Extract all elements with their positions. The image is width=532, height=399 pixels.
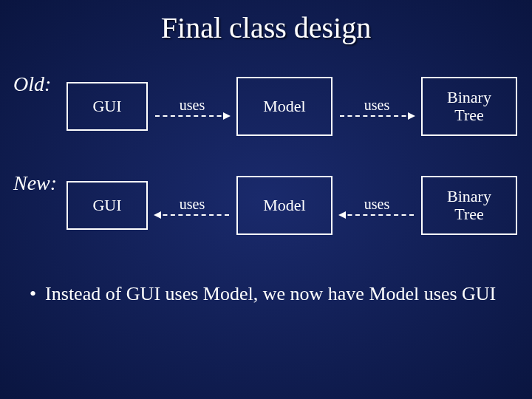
new-arrow-1: uses [148, 196, 236, 216]
old-box-model: Model [236, 77, 332, 136]
bullet-item: • Instead of GUI uses Model, we now have… [24, 282, 508, 307]
slide: Final class design Old: GUI uses Model u… [0, 0, 532, 399]
old-arrow-2: uses [332, 97, 421, 117]
arrow-right-icon [155, 115, 229, 117]
old-section-label: Old: [13, 72, 51, 96]
arrow-label: uses [180, 196, 205, 213]
bullet-dot-icon: • [30, 282, 36, 307]
page-title: Final class design [0, 0, 532, 48]
old-row: GUI uses Model uses BinaryTree [66, 77, 517, 136]
new-arrow-2: uses [332, 196, 421, 216]
arrow-label: uses [364, 97, 389, 114]
arrow-label: uses [180, 97, 205, 114]
old-box-binary-tree: BinaryTree [421, 77, 517, 136]
new-box-model: Model [236, 176, 332, 235]
new-box-gui: GUI [66, 181, 148, 230]
arrow-right-icon [340, 115, 414, 117]
arrow-label: uses [364, 196, 389, 213]
old-arrow-1: uses [148, 97, 236, 117]
old-box-gui: GUI [66, 82, 148, 131]
new-section-label: New: [13, 171, 57, 195]
new-row: GUI uses Model uses BinaryTree [66, 176, 517, 235]
new-box-binary-tree: BinaryTree [421, 176, 517, 235]
arrow-left-icon [340, 214, 414, 216]
bullet-text: Instead of GUI uses Model, we now have M… [45, 282, 496, 307]
arrow-left-icon [155, 214, 229, 216]
